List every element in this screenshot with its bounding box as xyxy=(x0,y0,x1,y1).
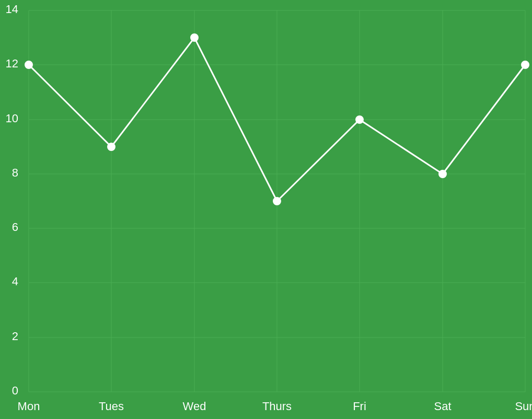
data-point-fri xyxy=(356,116,363,123)
x-label-wed: Wed xyxy=(183,400,206,413)
x-label-sat: Sat xyxy=(434,400,451,413)
chart-background xyxy=(0,0,532,419)
x-label-fri: Fri xyxy=(353,400,366,413)
data-point-thurs xyxy=(273,197,281,205)
y-label-2: 2 xyxy=(12,330,18,343)
data-point-sun xyxy=(522,61,529,68)
y-label-14: 14 xyxy=(6,3,18,16)
data-point-tues xyxy=(108,143,115,150)
y-label-12: 12 xyxy=(6,57,18,70)
x-label-thurs: Thurs xyxy=(262,400,292,413)
data-point-mon xyxy=(25,61,32,68)
y-label-10: 10 xyxy=(6,112,18,125)
y-label-4: 4 xyxy=(12,275,18,288)
y-label-8: 8 xyxy=(12,166,18,179)
x-label-sun: Sun xyxy=(515,400,532,413)
x-label-mon: Mon xyxy=(18,400,40,413)
y-label-6: 6 xyxy=(12,220,18,234)
chart-container: 14 12 10 8 6 4 2 0 Mon Tues Wed Thurs Fr… xyxy=(0,0,532,419)
data-point-sat xyxy=(439,170,446,178)
x-label-tues: Tues xyxy=(99,400,124,413)
data-point-wed xyxy=(191,34,198,41)
y-label-0: 0 xyxy=(12,384,18,397)
